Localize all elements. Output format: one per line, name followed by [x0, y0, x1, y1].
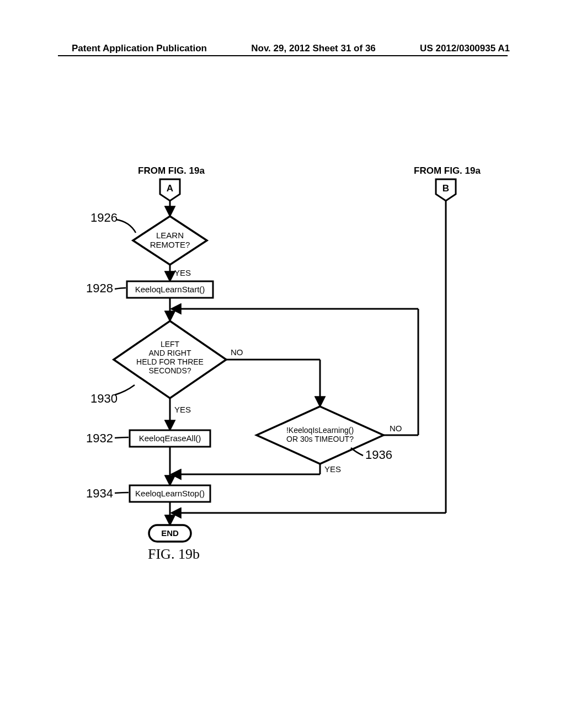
header-left: Patent Application Publication	[72, 43, 207, 54]
from-label-b: FROM FIG. 19a	[414, 165, 481, 176]
connector-b: B	[440, 183, 451, 194]
ref-1932: 1932	[86, 431, 113, 446]
process-learn-start: KeeloqLearnStart()	[131, 285, 209, 294]
ref-1930: 1930	[90, 392, 118, 406]
ref-1928: 1928	[86, 281, 113, 296]
edge-no-1: NO	[231, 347, 243, 357]
header-right: US 2012/0300935 A1	[420, 43, 510, 54]
process-learn-stop: KeeloqLearnStop()	[134, 489, 206, 498]
decision-held-three: LEFTAND RIGHTHELD FOR THREESECONDS?	[131, 340, 209, 375]
page-header: Patent Application Publication Nov. 29, …	[0, 43, 565, 54]
header-center: Nov. 29, 2012 Sheet 31 of 36	[251, 43, 376, 54]
from-label-a: FROM FIG. 19a	[138, 165, 205, 176]
edge-no-2: NO	[390, 424, 402, 433]
ref-1926: 1926	[90, 211, 118, 225]
terminator-end: END	[153, 528, 186, 538]
ref-1936: 1936	[365, 448, 392, 462]
ref-1934: 1934	[86, 486, 113, 501]
figure-caption: FIG. 19b	[148, 546, 200, 563]
connector-a: A	[164, 183, 175, 194]
edge-yes-2: YES	[174, 405, 191, 414]
edge-yes-3: YES	[324, 464, 341, 474]
flowchart: FROM FIG. 19a FROM FIG. 19a A B LEARNREM…	[83, 160, 491, 579]
edge-yes-1: YES	[174, 268, 191, 277]
decision-learn-remote: LEARNREMOTE?	[142, 231, 198, 250]
process-erase-all: KeeloqEraseAll()	[134, 433, 206, 443]
header-rule	[58, 55, 508, 56]
decision-timeout: !KeeloqIsLearning()OR 30s TIMEOUT?	[276, 426, 364, 443]
